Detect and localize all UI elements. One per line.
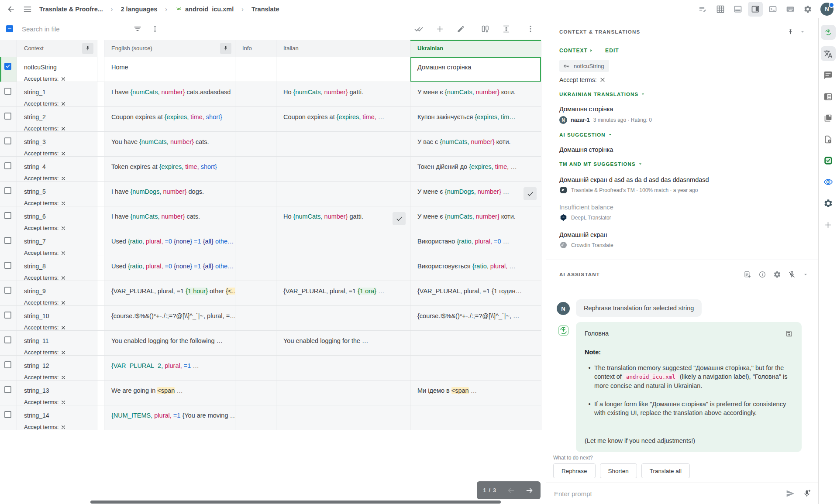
panel-right-icon[interactable] <box>748 2 763 17</box>
approve-all-icon[interactable] <box>411 21 426 36</box>
suggestion-text[interactable]: Insufficient balance <box>559 204 805 211</box>
preview-rail-icon[interactable] <box>821 175 836 189</box>
menu-icon[interactable] <box>20 2 35 17</box>
source-cell[interactable]: Coupon expires at {expires, time, short} <box>104 107 235 132</box>
ukrainian-cell[interactable] <box>410 331 541 356</box>
voice-input-icon[interactable] <box>803 489 811 498</box>
search-input[interactable] <box>21 25 130 33</box>
avatar[interactable]: N <box>820 3 834 16</box>
collapse-assistant-icon[interactable] <box>803 271 809 278</box>
column-header-italian[interactable]: Italian <box>276 40 410 57</box>
context-section-link[interactable]: CONTEXT <box>559 48 594 54</box>
row-checkbox[interactable] <box>4 212 11 219</box>
ai-suggestion-text[interactable]: Домашня сторінка <box>559 146 805 153</box>
italian-cell[interactable] <box>276 157 410 182</box>
italian-cell[interactable]: Ho {numCats, number} gatti. <box>276 206 410 231</box>
settings-gear-icon[interactable] <box>800 2 815 17</box>
ukrainian-cell[interactable]: Домашня сторінка <box>410 57 541 82</box>
row-checkbox[interactable] <box>4 113 11 120</box>
italian-cell[interactable] <box>276 405 410 430</box>
ukrainian-cell[interactable]: У вас є {numCats, number} коти. <box>410 132 541 157</box>
more-menu-icon[interactable] <box>523 21 538 36</box>
info-icon[interactable] <box>758 271 766 278</box>
tm-section-header[interactable]: TM AND MT SUGGESTIONS <box>559 161 805 167</box>
add-tool-rail-icon[interactable] <box>821 217 836 232</box>
source-cell[interactable]: We are going in <span … <box>104 381 235 405</box>
string-key-chip[interactable]: notIcuString <box>559 60 609 72</box>
row-checkbox[interactable] <box>4 386 11 393</box>
source-cell[interactable]: {NUM_ITEMS, plural, =1 {You are moving … <box>104 405 235 430</box>
ukrainian-cell[interactable]: У мене є {numCats, number} коти. <box>410 206 541 231</box>
ai-suggestion-section-header[interactable]: AI SUGGESTION <box>559 132 805 137</box>
context-cell[interactable]: string_11Accept terms: <box>17 331 97 356</box>
ukrainian-cell[interactable]: {course.!$%&()*+-./:;=?@[\\]^_`|~, … <box>410 306 541 331</box>
source-cell[interactable]: {VAR_PLURAL_2, plural, =1 … <box>104 356 235 381</box>
translate-rail-icon[interactable] <box>821 46 836 61</box>
current-translation-text[interactable]: Домашня сторінка <box>559 106 805 113</box>
italian-cell[interactable] <box>276 256 410 281</box>
ukrainian-cell[interactable]: Токен дійсний до {expires, time, … <box>410 157 541 182</box>
source-cell[interactable]: {course.!$%&()*+-./:;=?@[\\]^_`|~, plura… <box>104 306 235 331</box>
edit-pencil-icon[interactable] <box>453 21 468 36</box>
row-checkbox[interactable] <box>4 237 11 244</box>
send-icon[interactable] <box>786 489 795 498</box>
translations-section-header[interactable]: UKRAINIAN TRANSLATIONS <box>559 91 805 97</box>
ukrainian-cell[interactable] <box>410 405 541 430</box>
quick-action-shorten[interactable]: Shorten <box>600 463 637 478</box>
row-checkbox[interactable] <box>4 287 11 294</box>
pin-panel-icon[interactable] <box>784 27 796 37</box>
italian-cell[interactable]: Ho {numCats, number} gatti. <box>276 82 410 107</box>
source-cell[interactable]: Used {ratio, plural, =0 {none} =1 {all} … <box>104 231 235 256</box>
back-icon[interactable] <box>3 2 18 17</box>
next-page-button[interactable] <box>525 486 534 495</box>
context-cell[interactable]: string_7Accept terms: <box>17 231 97 256</box>
source-cell[interactable]: {VAR_PLURAL, plural, =1 {1 hour} other {… <box>104 281 235 306</box>
quick-action-rephrase[interactable]: Rephrase <box>553 463 596 478</box>
breadcrumb-file[interactable]: android_icu.xml <box>175 5 234 13</box>
row-checkbox[interactable] <box>4 162 11 169</box>
italian-cell[interactable] <box>276 306 410 331</box>
prompt-input[interactable] <box>553 490 786 498</box>
console-icon[interactable] <box>765 2 780 17</box>
context-cell[interactable]: string_8Accept terms: <box>17 256 97 281</box>
ukrainian-cell[interactable]: Ми ідемо в <span … <box>410 381 541 405</box>
reorder-handle-icon[interactable] <box>148 21 162 36</box>
ukrainian-cell[interactable] <box>410 356 541 381</box>
column-header-ukrainian[interactable]: Ukrainian <box>410 40 541 57</box>
row-checkbox[interactable] <box>4 336 11 343</box>
breadcrumb-mode[interactable]: Translate <box>251 6 279 13</box>
ukrainian-cell[interactable]: У мене є {numCats, number} коти. <box>410 82 541 107</box>
collapse-panel-icon[interactable] <box>796 27 809 37</box>
keyboard-icon[interactable] <box>783 2 798 17</box>
italian-cell[interactable] <box>276 356 410 381</box>
pin-icon[interactable] <box>220 43 231 54</box>
ukrainian-cell[interactable]: Купон закінчується {expires, tim… <box>410 107 541 132</box>
row-checkbox[interactable] <box>4 262 11 269</box>
italian-cell[interactable]: Coupon expires at {expires, time, … <box>276 107 410 132</box>
row-checkbox[interactable] <box>4 312 11 319</box>
context-cell[interactable]: string_5Accept terms: <box>17 182 97 206</box>
italian-cell[interactable] <box>276 231 410 256</box>
reader-rail-icon[interactable] <box>821 89 836 104</box>
select-all-checkbox[interactable] <box>6 25 13 32</box>
row-checkbox[interactable] <box>4 137 11 144</box>
file-context-rail-icon[interactable] <box>821 132 836 147</box>
row-checkbox[interactable] <box>4 88 11 95</box>
edit-link[interactable]: EDIT <box>605 48 619 54</box>
add-string-icon[interactable] <box>432 21 447 36</box>
italian-cell[interactable] <box>276 132 410 157</box>
italian-cell[interactable] <box>276 57 410 82</box>
source-cell[interactable]: You have {numCats, number} cats. <box>104 132 235 157</box>
context-cell[interactable]: string_2Accept terms: <box>17 107 97 132</box>
approve-check-button[interactable] <box>393 212 406 225</box>
context-cell[interactable]: string_4Accept terms: <box>17 157 97 182</box>
new-chat-icon[interactable] <box>744 271 751 278</box>
prev-page-button[interactable] <box>506 486 516 495</box>
unpin-icon[interactable] <box>788 271 796 278</box>
breadcrumb-languages[interactable]: 2 languages <box>121 6 158 13</box>
context-cell[interactable]: string_12Accept terms: <box>17 356 97 381</box>
source-cell[interactable]: You enabled logging for the following … <box>104 331 235 356</box>
approve-check-button[interactable] <box>524 187 537 200</box>
source-cell[interactable]: I have {numCats, number} cats.asdasdasd <box>104 82 235 107</box>
save-translation-icon[interactable] <box>785 330 793 337</box>
